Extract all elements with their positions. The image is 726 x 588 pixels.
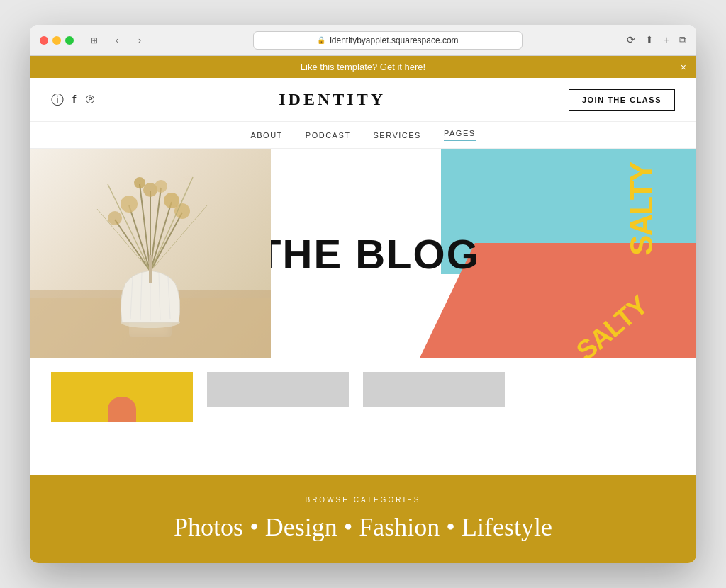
salty-text: SALTY (627, 163, 691, 256)
new-tab-icon[interactable]: + (664, 34, 669, 46)
browse-categories: Photos • Design • Fashion • Lifestyle (44, 512, 682, 542)
vase-illustration (30, 149, 271, 358)
yellow-card (51, 372, 193, 422)
svg-line-8 (129, 205, 150, 271)
reload-button[interactable]: ⟳ (627, 34, 635, 46)
site-header: ⓘ f ℗ IDENTITY JOIN THE CLASS (30, 78, 696, 122)
blog-title: ON THE BLOG (271, 230, 480, 277)
join-class-button[interactable]: JOIN THE CLASS (569, 89, 675, 111)
gray-card-2 (363, 372, 505, 407)
svg-point-19 (155, 180, 167, 193)
maximize-button[interactable] (65, 36, 74, 45)
announcement-bar: Like this template? Get it here! × (30, 56, 696, 78)
traffic-lights (40, 36, 74, 45)
browser-titlebar: ⊞ ‹ › 🔒 identitybyapplet.squarespace.com… (30, 25, 696, 56)
pinterest-icon[interactable]: ℗ (84, 93, 96, 106)
window-layout-icon[interactable]: ⊞ (85, 33, 104, 47)
floral-background (30, 149, 271, 358)
address-text: identitybyapplet.squarespace.com (330, 35, 458, 45)
nav-about[interactable]: ABOUT (250, 131, 282, 140)
nav-podcast[interactable]: PODCAST (306, 131, 351, 140)
svg-point-15 (121, 196, 138, 213)
announcement-text: Like this template? Get it here! (301, 62, 425, 72)
gray-cards (207, 372, 675, 407)
minimize-button[interactable] (52, 36, 61, 45)
facebook-icon[interactable]: f (72, 94, 76, 106)
site-logo[interactable]: IDENTITY (279, 90, 386, 109)
browser-controls: ⊞ ‹ › (85, 33, 149, 47)
main-content: SALTY SALTY ON THE BLOG (30, 149, 696, 475)
share-icon[interactable]: ⬆ (645, 34, 654, 46)
floral-image (30, 149, 271, 358)
browse-section: BROWSE CATEGORIES Photos • Design • Fash… (30, 475, 696, 563)
tabs-icon[interactable]: ⧉ (679, 34, 686, 46)
svg-point-18 (134, 177, 145, 188)
social-icons: ⓘ f ℗ (51, 91, 96, 108)
browser-actions: ⟳ ⬆ + ⧉ (627, 34, 686, 46)
back-button[interactable]: ‹ (108, 33, 126, 47)
svg-point-20 (108, 211, 122, 225)
lower-section (30, 358, 696, 422)
forward-button[interactable]: › (130, 33, 149, 47)
site-nav: ABOUT PODCAST SERVICES PAGES (30, 122, 696, 149)
hero-right: SALTY SALTY ON THE BLOG (271, 149, 696, 358)
nav-services[interactable]: SERVICES (374, 131, 421, 140)
hero-section: SALTY SALTY ON THE BLOG (30, 149, 696, 358)
browser-window: ⊞ ‹ › 🔒 identitybyapplet.squarespace.com… (30, 25, 696, 563)
svg-point-21 (174, 203, 190, 219)
svg-line-25 (97, 209, 150, 271)
close-button[interactable] (40, 36, 48, 45)
nav-pages[interactable]: PAGES (444, 129, 476, 141)
browse-label: BROWSE CATEGORIES (44, 496, 682, 504)
gray-card-1 (207, 372, 349, 407)
address-bar[interactable]: 🔒 identitybyapplet.squarespace.com (253, 31, 523, 50)
announcement-close[interactable]: × (681, 62, 686, 73)
instagram-icon[interactable]: ⓘ (51, 91, 64, 108)
website-content: Like this template? Get it here! × ⓘ f ℗… (30, 56, 696, 563)
lock-icon: 🔒 (317, 36, 325, 44)
